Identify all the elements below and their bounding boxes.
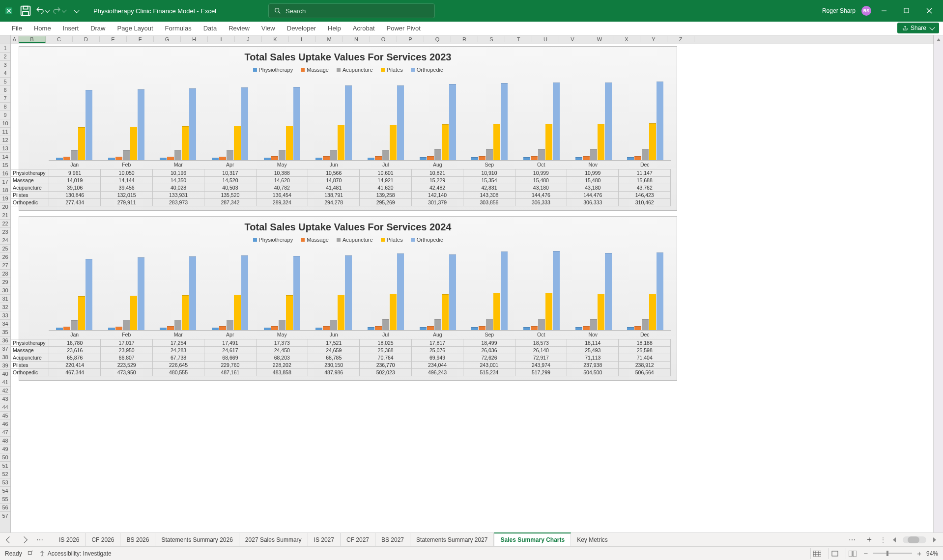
macro-record-icon[interactable] [27,549,34,558]
row-header-34[interactable]: 34 [0,320,10,328]
select-all-corner[interactable] [0,35,11,44]
undo-button[interactable] [35,4,49,18]
column-header-E[interactable]: E [100,36,127,42]
row-header-50[interactable]: 50 [0,453,10,462]
row-header-22[interactable]: 22 [0,220,10,228]
row-header-36[interactable]: 36 [0,336,10,345]
sheet-tab-statements-summary-2027[interactable]: Statements Summary 2027 [410,533,494,546]
row-header-51[interactable]: 51 [0,462,10,470]
row-header-26[interactable]: 26 [0,253,10,261]
column-header-A[interactable]: A [11,36,19,42]
row-header-56[interactable]: 56 [0,504,10,512]
row-header-7[interactable]: 7 [0,94,10,103]
row-header-18[interactable]: 18 [0,186,10,195]
row-header-28[interactable]: 28 [0,270,10,278]
column-headers[interactable]: ABCDEFGHIJKLMNOPQRSTUVWXYZ [0,35,943,44]
sheet-tab-is-2027[interactable]: IS 2027 [308,533,341,546]
zoom-in-button[interactable]: + [917,549,921,558]
column-header-V[interactable]: V [559,36,586,42]
row-header-21[interactable]: 21 [0,211,10,220]
row-header-1[interactable]: 1 [0,44,10,53]
accessibility-status[interactable]: Accessibility: Investigate [39,550,112,557]
column-header-Z[interactable]: Z [667,36,694,42]
ribbon-tab-review[interactable]: Review [223,22,256,35]
column-header-Q[interactable]: Q [424,36,451,42]
row-header-12[interactable]: 12 [0,136,10,144]
sheet-tab-key-metrics[interactable]: Key Metrics [571,533,614,546]
share-button[interactable]: Share [897,23,939,33]
ribbon-tab-help[interactable]: Help [322,22,347,35]
row-header-30[interactable]: 30 [0,286,10,295]
sheet-tab-2027-sales-summary[interactable]: 2027 Sales Summary [239,533,308,546]
column-header-H[interactable]: H [181,36,208,42]
page-break-view-button[interactable] [846,548,858,559]
row-header-25[interactable]: 25 [0,245,10,253]
tab-scroll-right[interactable] [21,536,28,543]
column-header-I[interactable]: I [208,36,235,42]
hscroll-right[interactable] [933,537,936,542]
ribbon-tab-power-pivot[interactable]: Power Pivot [381,22,427,35]
chart-2024[interactable]: Total Sales Uptake Values For Services 2… [19,216,677,381]
ribbon-tab-data[interactable]: Data [198,22,223,35]
row-header-38[interactable]: 38 [0,353,10,362]
search-box[interactable]: Search [268,3,435,18]
sheet-tab-is-2026[interactable]: IS 2026 [53,533,86,546]
row-header-15[interactable]: 15 [0,161,10,169]
row-header-54[interactable]: 54 [0,487,10,495]
column-header-F[interactable]: F [127,36,154,42]
row-header-29[interactable]: 29 [0,278,10,286]
scroll-up-arrow[interactable] [933,35,943,44]
tab-scroll-menu[interactable]: ⋯ [36,536,46,544]
column-header-O[interactable]: O [370,36,397,42]
sheet-tab-bs-2026[interactable]: BS 2026 [120,533,155,546]
row-header-4[interactable]: 4 [0,69,10,78]
ribbon-tab-formulas[interactable]: Formulas [159,22,198,35]
row-header-52[interactable]: 52 [0,470,10,478]
save-button[interactable] [19,4,32,18]
row-header-37[interactable]: 37 [0,345,10,353]
row-header-44[interactable]: 44 [0,403,10,412]
row-header-11[interactable]: 11 [0,128,10,136]
column-header-T[interactable]: T [505,36,532,42]
row-header-13[interactable]: 13 [0,144,10,153]
row-header-48[interactable]: 48 [0,437,10,445]
column-header-P[interactable]: P [397,36,424,42]
sheet-tab-statements-summary-2026[interactable]: Statements Summary 2026 [155,533,239,546]
row-header-55[interactable]: 55 [0,495,10,504]
row-header-10[interactable]: 10 [0,119,10,128]
row-header-53[interactable]: 53 [0,478,10,487]
sheet-tab-cf-2027[interactable]: CF 2027 [341,533,375,546]
close-button[interactable] [919,3,939,19]
row-header-27[interactable]: 27 [0,261,10,270]
row-header-5[interactable]: 5 [0,78,10,86]
page-layout-view-button[interactable] [828,548,841,559]
row-header-45[interactable]: 45 [0,412,10,420]
vertical-scrollbar[interactable] [933,44,943,532]
redo-button[interactable] [52,4,66,18]
column-header-L[interactable]: L [289,36,316,42]
row-header-8[interactable]: 8 [0,103,10,111]
column-header-G[interactable]: G [154,36,181,42]
row-header-3[interactable]: 3 [0,61,10,69]
row-header-41[interactable]: 41 [0,378,10,387]
ribbon-tab-draw[interactable]: Draw [85,22,111,35]
column-header-X[interactable]: X [613,36,640,42]
ribbon-tab-developer[interactable]: Developer [281,22,322,35]
zoom-slider[interactable] [873,553,912,554]
hscroll-left[interactable] [893,537,896,542]
row-header-42[interactable]: 42 [0,387,10,395]
sheet-tab-cf-2026[interactable]: CF 2026 [86,533,120,546]
row-header-39[interactable]: 39 [0,362,10,370]
column-header-S[interactable]: S [478,36,505,42]
row-header-16[interactable]: 16 [0,169,10,178]
column-header-K[interactable]: K [262,36,289,42]
avatar[interactable]: RS [861,6,871,16]
zoom-out-button[interactable]: − [863,549,868,558]
row-header-24[interactable]: 24 [0,236,10,245]
row-header-32[interactable]: 32 [0,303,10,311]
row-header-9[interactable]: 9 [0,111,10,119]
maximize-button[interactable] [897,3,916,19]
ribbon-tab-file[interactable]: File [6,22,28,35]
row-header-57[interactable]: 57 [0,512,10,520]
column-header-M[interactable]: M [316,36,343,42]
